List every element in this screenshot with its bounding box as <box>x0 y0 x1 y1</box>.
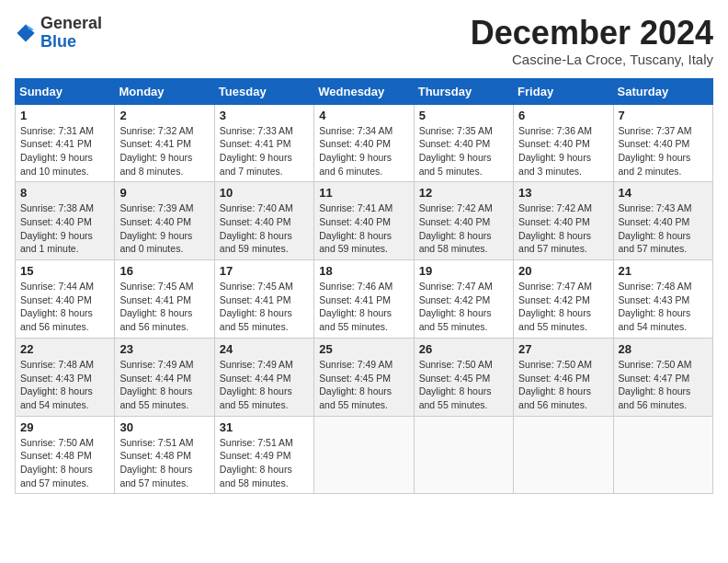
calendar-week-1: 1Sunrise: 7:31 AMSunset: 4:41 PMDaylight… <box>16 104 713 182</box>
day-number: 21 <box>619 264 708 278</box>
calendar-cell: 18Sunrise: 7:46 AMSunset: 4:41 PMDayligh… <box>314 260 414 339</box>
day-detail: Sunrise: 7:48 AMSunset: 4:43 PMDaylight:… <box>20 358 109 412</box>
calendar-header-row: SundayMondayTuesdayWednesdayThursdayFrid… <box>16 78 713 104</box>
day-number: 19 <box>419 264 508 278</box>
calendar-cell: 3Sunrise: 7:33 AMSunset: 4:41 PMDaylight… <box>214 104 313 182</box>
day-detail: Sunrise: 7:49 AMSunset: 4:44 PMDaylight:… <box>220 358 309 412</box>
col-header-wednesday: Wednesday <box>314 78 414 104</box>
day-detail: Sunrise: 7:47 AMSunset: 4:42 PMDaylight:… <box>518 280 608 334</box>
day-detail: Sunrise: 7:44 AMSunset: 4:40 PMDaylight:… <box>20 280 109 334</box>
svg-marker-0 <box>17 24 34 41</box>
calendar-cell <box>613 416 712 494</box>
calendar-week-5: 29Sunrise: 7:50 AMSunset: 4:48 PMDayligh… <box>16 416 713 494</box>
calendar-cell: 25Sunrise: 7:49 AMSunset: 4:45 PMDayligh… <box>314 338 414 416</box>
day-number: 23 <box>119 342 209 356</box>
day-number: 14 <box>619 186 708 200</box>
day-detail: Sunrise: 7:33 AMSunset: 4:41 PMDaylight:… <box>220 124 309 178</box>
calendar-cell: 27Sunrise: 7:50 AMSunset: 4:46 PMDayligh… <box>514 338 613 416</box>
calendar-cell: 15Sunrise: 7:44 AMSunset: 4:40 PMDayligh… <box>16 260 115 339</box>
col-header-saturday: Saturday <box>613 78 712 104</box>
day-number: 5 <box>419 109 508 122</box>
day-detail: Sunrise: 7:40 AMSunset: 4:40 PMDaylight:… <box>220 201 309 256</box>
day-detail: Sunrise: 7:32 AMSunset: 4:41 PMDaylight:… <box>119 124 209 178</box>
calendar-cell: 21Sunrise: 7:48 AMSunset: 4:43 PMDayligh… <box>613 260 712 339</box>
day-number: 16 <box>119 264 209 278</box>
day-number: 7 <box>619 109 708 122</box>
month-title: December 2024 <box>471 15 713 52</box>
calendar-cell: 9Sunrise: 7:39 AMSunset: 4:40 PMDaylight… <box>115 182 214 260</box>
calendar-cell: 7Sunrise: 7:37 AMSunset: 4:40 PMDaylight… <box>613 104 712 182</box>
calendar-cell <box>314 416 414 494</box>
page-header: General Blue December 2024 Cascine-La Cr… <box>15 15 713 67</box>
day-detail: Sunrise: 7:41 AMSunset: 4:40 PMDaylight:… <box>319 201 408 256</box>
day-number: 3 <box>220 109 309 122</box>
day-number: 1 <box>20 109 109 122</box>
day-number: 22 <box>20 342 109 356</box>
day-detail: Sunrise: 7:47 AMSunset: 4:42 PMDaylight:… <box>419 280 508 334</box>
calendar-cell: 19Sunrise: 7:47 AMSunset: 4:42 PMDayligh… <box>414 260 513 339</box>
day-detail: Sunrise: 7:36 AMSunset: 4:40 PMDaylight:… <box>518 124 608 178</box>
day-detail: Sunrise: 7:49 AMSunset: 4:45 PMDaylight:… <box>319 358 408 412</box>
day-number: 12 <box>419 186 508 200</box>
calendar-cell: 11Sunrise: 7:41 AMSunset: 4:40 PMDayligh… <box>314 182 414 260</box>
day-number: 9 <box>119 186 209 200</box>
calendar-cell <box>514 416 613 494</box>
logo-general: General <box>40 14 102 32</box>
day-number: 10 <box>220 186 309 200</box>
day-number: 11 <box>319 186 408 200</box>
day-number: 24 <box>220 342 309 356</box>
col-header-monday: Monday <box>115 78 214 104</box>
day-detail: Sunrise: 7:42 AMSunset: 4:40 PMDaylight:… <box>518 201 608 256</box>
title-area: December 2024 Cascine-La Croce, Tuscany,… <box>471 15 713 67</box>
calendar-cell: 5Sunrise: 7:35 AMSunset: 4:40 PMDaylight… <box>414 104 513 182</box>
logo-text: General Blue <box>40 15 102 52</box>
day-number: 13 <box>518 186 608 200</box>
day-detail: Sunrise: 7:35 AMSunset: 4:40 PMDaylight:… <box>419 124 508 178</box>
day-detail: Sunrise: 7:31 AMSunset: 4:41 PMDaylight:… <box>20 124 109 178</box>
day-detail: Sunrise: 7:50 AMSunset: 4:45 PMDaylight:… <box>419 358 508 412</box>
day-number: 25 <box>319 342 408 356</box>
logo-blue: Blue <box>40 32 76 51</box>
calendar-cell: 13Sunrise: 7:42 AMSunset: 4:40 PMDayligh… <box>514 182 613 260</box>
calendar-cell: 1Sunrise: 7:31 AMSunset: 4:41 PMDaylight… <box>16 104 115 182</box>
calendar-cell: 23Sunrise: 7:49 AMSunset: 4:44 PMDayligh… <box>115 338 214 416</box>
day-detail: Sunrise: 7:45 AMSunset: 4:41 PMDaylight:… <box>119 280 209 334</box>
logo-icon <box>15 22 37 44</box>
calendar-cell: 30Sunrise: 7:51 AMSunset: 4:48 PMDayligh… <box>115 416 214 494</box>
day-number: 6 <box>518 109 608 122</box>
day-number: 18 <box>319 264 408 278</box>
logo: General Blue <box>15 15 102 52</box>
calendar-cell: 20Sunrise: 7:47 AMSunset: 4:42 PMDayligh… <box>514 260 613 339</box>
calendar-cell: 16Sunrise: 7:45 AMSunset: 4:41 PMDayligh… <box>115 260 214 339</box>
calendar-cell: 12Sunrise: 7:42 AMSunset: 4:40 PMDayligh… <box>414 182 513 260</box>
calendar-cell: 10Sunrise: 7:40 AMSunset: 4:40 PMDayligh… <box>214 182 313 260</box>
day-detail: Sunrise: 7:51 AMSunset: 4:49 PMDaylight:… <box>220 436 309 490</box>
day-detail: Sunrise: 7:37 AMSunset: 4:40 PMDaylight:… <box>619 124 708 178</box>
day-number: 4 <box>319 109 408 122</box>
day-detail: Sunrise: 7:50 AMSunset: 4:48 PMDaylight:… <box>20 436 109 490</box>
day-number: 28 <box>619 342 708 356</box>
calendar-cell: 6Sunrise: 7:36 AMSunset: 4:40 PMDaylight… <box>514 104 613 182</box>
day-number: 29 <box>20 420 109 434</box>
day-number: 8 <box>20 186 109 200</box>
calendar-cell: 2Sunrise: 7:32 AMSunset: 4:41 PMDaylight… <box>115 104 214 182</box>
calendar-cell: 22Sunrise: 7:48 AMSunset: 4:43 PMDayligh… <box>16 338 115 416</box>
calendar-table: SundayMondayTuesdayWednesdayThursdayFrid… <box>15 78 713 495</box>
calendar-week-2: 8Sunrise: 7:38 AMSunset: 4:40 PMDaylight… <box>16 182 713 260</box>
calendar-cell <box>414 416 513 494</box>
day-detail: Sunrise: 7:46 AMSunset: 4:41 PMDaylight:… <box>319 280 408 334</box>
day-detail: Sunrise: 7:48 AMSunset: 4:43 PMDaylight:… <box>619 280 708 334</box>
day-detail: Sunrise: 7:38 AMSunset: 4:40 PMDaylight:… <box>20 201 109 256</box>
day-detail: Sunrise: 7:34 AMSunset: 4:40 PMDaylight:… <box>319 124 408 178</box>
day-detail: Sunrise: 7:43 AMSunset: 4:40 PMDaylight:… <box>619 201 708 256</box>
day-number: 30 <box>119 420 209 434</box>
day-detail: Sunrise: 7:51 AMSunset: 4:48 PMDaylight:… <box>119 436 209 490</box>
col-header-sunday: Sunday <box>16 78 115 104</box>
col-header-thursday: Thursday <box>414 78 513 104</box>
day-detail: Sunrise: 7:39 AMSunset: 4:40 PMDaylight:… <box>119 201 209 256</box>
day-number: 15 <box>20 264 109 278</box>
calendar-cell: 28Sunrise: 7:50 AMSunset: 4:47 PMDayligh… <box>613 338 712 416</box>
calendar-cell: 17Sunrise: 7:45 AMSunset: 4:41 PMDayligh… <box>214 260 313 339</box>
calendar-week-4: 22Sunrise: 7:48 AMSunset: 4:43 PMDayligh… <box>16 338 713 416</box>
day-number: 17 <box>220 264 309 278</box>
